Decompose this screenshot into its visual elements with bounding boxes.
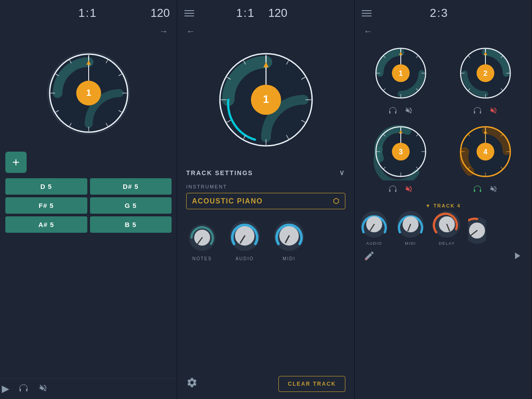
panel2-position: 1:1 (236, 6, 255, 20)
mini-circle-4[interactable]: 4 (457, 123, 514, 180)
svg-text:4: 4 (483, 148, 487, 156)
panel2-circle[interactable]: 1 (215, 49, 317, 151)
audio-knob-container: AUDIO (227, 218, 262, 261)
panel1-circle[interactable]: 1 (44, 49, 133, 137)
add-track-button[interactable]: + (5, 152, 27, 173)
mini-track-2-svg: 2 (457, 44, 514, 102)
note-as5[interactable]: A# 5 (5, 216, 87, 233)
instrument-label: INSTRUMENT (186, 184, 345, 189)
note-fs5[interactable]: F# 5 (5, 197, 87, 214)
track-settings-label: TRACK SETTINGS (186, 169, 253, 176)
note-b5[interactable]: B 5 (90, 216, 172, 233)
panel3-midi-knob[interactable] (395, 209, 426, 239)
track-2-controls (473, 105, 498, 118)
panel3-edit-icon[interactable] (364, 250, 375, 264)
panel3-midi-label: MIDI (405, 241, 416, 246)
track-4-headphone-icon[interactable] (473, 185, 482, 195)
svg-text:1: 1 (263, 93, 269, 105)
track-1-headphone-icon[interactable] (388, 106, 398, 117)
play-button[interactable]: ▶ (2, 383, 9, 395)
gear-button[interactable] (186, 377, 198, 391)
panel3-delay-knob[interactable] (432, 209, 462, 239)
mini-circle-2[interactable]: 2 (457, 44, 514, 102)
panel2-track-area: 1 (177, 40, 354, 160)
notes-knob[interactable] (186, 222, 218, 254)
knobs-row: NOTES AUDIO MIDI (186, 218, 345, 261)
panel3-delay-knob-item: DELAY (432, 209, 462, 246)
midi-knob[interactable] (271, 218, 307, 254)
panel3-footer (355, 246, 532, 271)
headphone-icon[interactable] (18, 383, 29, 395)
panel2-arrow-left[interactable]: ← (184, 24, 197, 38)
track-3-mute-icon[interactable] (404, 185, 414, 195)
mini-track-2: 2 (446, 44, 526, 118)
mini-track-4-svg: 4 (457, 123, 514, 180)
panel3-tracks-grid: 1 (355, 40, 532, 201)
mini-track-3-svg: 3 (372, 123, 430, 180)
panel1-arrow-right[interactable]: → (157, 24, 170, 38)
panel1-track-svg: 1 (44, 49, 133, 137)
panel3-position: 2:3 (430, 6, 448, 20)
track-1-mute-icon[interactable] (404, 106, 414, 117)
panel3-hamburger[interactable] (362, 10, 372, 16)
track-1-controls (388, 105, 414, 118)
audio-knob[interactable] (227, 218, 262, 254)
panel3-r-knob-item (468, 215, 486, 246)
notes-knob-container: NOTES (186, 222, 218, 261)
panel3-track-label: ▼ TRACK 4 (355, 201, 532, 209)
instrument-value: ACOUSTIC PIANO (192, 197, 263, 205)
panel2-track-svg: 1 (215, 49, 317, 151)
instrument-select[interactable]: ACOUSTIC PIANO ⬡ (186, 193, 345, 209)
panel1-bpm: 120 (151, 6, 170, 20)
panel3-track-label-text: ▼ (426, 203, 431, 208)
track-3-headphone-icon[interactable] (388, 185, 398, 195)
note-g5[interactable]: G 5 (90, 197, 172, 214)
svg-text:2: 2 (483, 70, 487, 77)
panel1-header-center: 1:1 (78, 6, 97, 20)
midi-knob-container: MIDI (271, 218, 307, 261)
track-settings-section: TRACK SETTINGS ∨ INSTRUMENT ACOUSTIC PIA… (177, 160, 354, 372)
instrument-dropdown-icon: ⬡ (333, 197, 340, 205)
audio-knob-label: AUDIO (235, 256, 254, 261)
panel3-midi-knob-item: MIDI (395, 209, 426, 246)
panel-3: 2:3 ← (355, 0, 532, 399)
track-2-mute-icon[interactable] (489, 106, 498, 117)
settings-header: TRACK SETTINGS ∨ (186, 165, 345, 184)
note-d5[interactable]: D 5 (5, 178, 87, 195)
clear-track-button[interactable]: CLEAR TRACK (278, 376, 345, 392)
hamburger-menu[interactable] (184, 10, 194, 16)
panel3-arrow-left[interactable]: ← (362, 24, 374, 38)
panel3-header: 2:3 (355, 0, 532, 24)
note-grid: D 5 D# 5 F# 5 G 5 A# 5 B 5 (5, 178, 172, 233)
note-ds5[interactable]: D# 5 (90, 178, 172, 195)
panel2-footer: CLEAR TRACK (177, 372, 354, 399)
panel3-audio-knob[interactable] (359, 209, 389, 239)
panel1-footer: ▶ (0, 378, 177, 399)
svg-text:1: 1 (86, 88, 91, 98)
panel3-play-button[interactable] (511, 250, 523, 264)
mini-track-1-svg: 1 (372, 44, 430, 102)
panel-2: 1:1 120 ← (177, 0, 355, 399)
track-4-mute-icon[interactable] (489, 185, 498, 195)
mute-icon[interactable] (38, 383, 48, 395)
mini-circle-1[interactable]: 1 (372, 44, 430, 102)
panel3-audio-label: AUDIO (366, 241, 382, 246)
panel3-r-knob[interactable] (468, 215, 486, 246)
mini-track-4: 4 (446, 123, 526, 197)
track-3-controls (388, 183, 414, 197)
panel1-track-area: 1 (0, 40, 177, 146)
svg-text:1: 1 (399, 70, 403, 77)
track-4-controls (473, 183, 498, 197)
panel3-delay-label: DELAY (439, 241, 455, 246)
panel2-header: 1:1 120 (177, 0, 354, 24)
midi-knob-label: MIDI (282, 256, 295, 261)
panel-1: 1:1 120 → (0, 0, 177, 399)
mini-track-3: 3 (361, 123, 441, 197)
mini-track-1: 1 (361, 44, 441, 118)
panel3-knobs-row: AUDIO MIDI DELAY (355, 209, 532, 246)
panel3-track-name: TRACK 4 (434, 203, 461, 208)
settings-chevron-icon[interactable]: ∨ (339, 168, 345, 177)
panel1-bottom: + D 5 D# 5 F# 5 G 5 A# 5 B 5 (0, 146, 177, 378)
mini-circle-3[interactable]: 3 (372, 123, 430, 180)
track-2-headphone-icon[interactable] (473, 106, 482, 117)
